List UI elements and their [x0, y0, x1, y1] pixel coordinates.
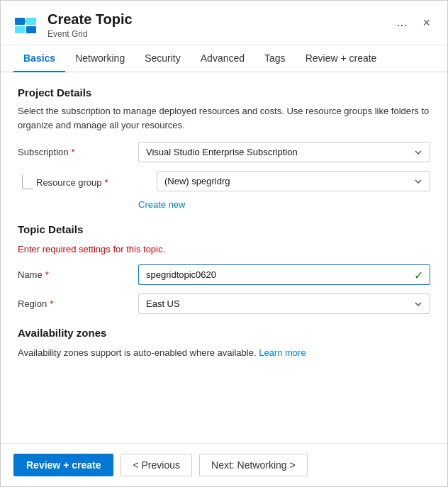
svg-rect-3: [26, 18, 36, 25]
tab-basics[interactable]: Basics: [13, 45, 65, 72]
learn-more-link[interactable]: Learn more: [259, 347, 306, 358]
region-label: Region *: [18, 298, 138, 309]
tab-review-create[interactable]: Review + create: [296, 45, 387, 72]
svg-rect-2: [15, 26, 25, 33]
name-valid-icon: ✓: [414, 268, 423, 281]
previous-button[interactable]: < Previous: [121, 454, 192, 476]
resource-group-label: Resource group *: [36, 177, 157, 188]
close-button[interactable]: ×: [418, 15, 435, 30]
svg-rect-4: [26, 26, 36, 33]
project-details-title: Project Details: [18, 86, 430, 99]
subscription-select[interactable]: Visual Studio Enterprise Subscription: [138, 142, 430, 162]
tree-indicator: [22, 175, 33, 189]
name-row: Name * ✓: [18, 264, 430, 285]
name-input[interactable]: [138, 264, 430, 285]
topic-details-title: Topic Details: [18, 223, 430, 235]
resource-group-select[interactable]: (New) spegridrg: [157, 171, 430, 191]
region-required: *: [50, 298, 53, 309]
resource-group-row: Resource group * (New) spegridrg: [18, 171, 430, 194]
dialog-footer: Review + create < Previous Next: Network…: [1, 443, 447, 486]
name-label: Name *: [18, 269, 138, 280]
region-row: Region * East US: [18, 293, 430, 314]
dialog-subtitle: Event Grid: [47, 29, 133, 39]
tab-bar: Basics Networking Security Advanced Tags…: [1, 45, 447, 72]
tab-tags[interactable]: Tags: [254, 45, 296, 72]
subscription-required: *: [72, 147, 75, 157]
dialog-title: Create Topic: [47, 11, 133, 28]
dialog-header: Create Topic Event Grid ... ×: [1, 1, 447, 45]
review-create-button[interactable]: Review + create: [13, 454, 113, 476]
create-topic-dialog: Create Topic Event Grid ... × Basics Net…: [0, 0, 448, 487]
tab-advanced[interactable]: Advanced: [191, 45, 254, 72]
next-button[interactable]: Next: Networking >: [199, 454, 308, 476]
resource-group-required: *: [105, 177, 108, 188]
dialog-content: Project Details Select the subscription …: [1, 72, 447, 443]
availability-zones-desc: Availability zones support is auto-enabl…: [18, 347, 430, 358]
tab-networking[interactable]: Networking: [65, 45, 135, 72]
event-grid-icon: [13, 12, 39, 38]
region-select[interactable]: East US: [138, 293, 430, 314]
subscription-label: Subscription *: [18, 147, 138, 157]
name-required: *: [45, 269, 49, 280]
availability-zones-title: Availability zones: [18, 327, 430, 339]
create-new-link[interactable]: Create new: [138, 199, 185, 210]
topic-details-desc: Enter required settings for this topic.: [18, 244, 430, 254]
subscription-row: Subscription * Visual Studio Enterprise …: [18, 142, 430, 162]
tab-security[interactable]: Security: [135, 45, 191, 72]
ellipsis-button[interactable]: ...: [392, 13, 411, 31]
svg-rect-1: [15, 18, 25, 25]
project-details-desc: Select the subscription to manage deploy…: [18, 104, 430, 132]
